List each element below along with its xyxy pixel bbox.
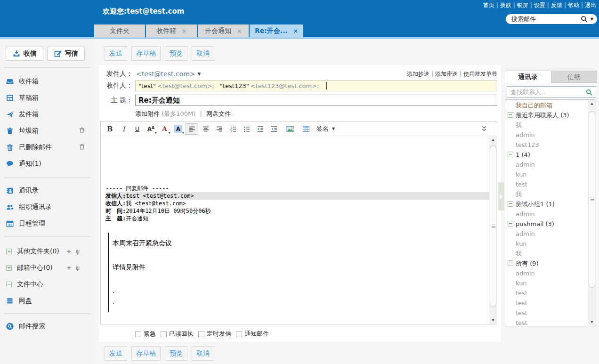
sidebar-item-netdisk[interactable]: 网盘 (0, 292, 94, 309)
sidebar-item-mail-center[interactable]: + 邮箱中心(0) + ψ (0, 259, 94, 276)
nav-home[interactable]: 首页 (483, 2, 494, 8)
add-cc-link[interactable]: 添加抄送 (407, 71, 429, 77)
scroll-down-icon[interactable]: ▼ (588, 318, 596, 326)
sidebar-item-inbox[interactable]: 收件箱 (0, 73, 94, 89)
add-folder-icon[interactable]: + (66, 248, 72, 255)
contact-group-recent[interactable]: −最近常用联系人 (3) (505, 110, 588, 120)
font-size-button[interactable]: AA▼ (145, 123, 157, 135)
contacts-scrollbar[interactable]: ▲ ▼ (588, 100, 596, 326)
tab-reply-meeting-notice[interactable]: Re:开会... × (250, 24, 303, 37)
sidebar-item-other-folders[interactable]: + 其他文件夹(0) + ψ (0, 243, 94, 259)
contact-group-1[interactable]: −1 (4) (505, 150, 588, 160)
signature-dropdown[interactable]: 签名 ▼ (316, 125, 335, 133)
tab-inbox[interactable]: 收件箱 × (146, 24, 197, 37)
insert-image-button[interactable] (284, 123, 297, 135)
mail-search-box[interactable]: ▼ (505, 14, 598, 24)
notice-mail-checkbox[interactable] (236, 331, 242, 337)
preview-button-bottom[interactable]: 预览 (165, 346, 187, 361)
ordered-list-button[interactable]: 123 (227, 123, 239, 135)
tab-contacts[interactable]: 通讯录 (505, 71, 551, 83)
search-icon[interactable] (581, 16, 588, 23)
contact-item[interactable]: test (505, 318, 588, 326)
align-right-button[interactable] (213, 123, 226, 135)
tab-close-icon[interactable]: × (182, 28, 186, 34)
sidebar-item-org-contacts[interactable]: 组织通讯录 (0, 199, 94, 215)
italic-button[interactable]: I (117, 123, 130, 135)
contact-item[interactable]: test (505, 179, 588, 189)
contact-item[interactable]: admin (505, 229, 588, 239)
align-center-button[interactable] (199, 123, 212, 135)
scroll-up-icon[interactable]: ▲ (489, 136, 497, 144)
preview-button[interactable]: 预览 (165, 46, 187, 61)
contact-group-pushmail[interactable]: −pushmail (3) (505, 219, 588, 229)
bullet-list-button[interactable] (240, 123, 253, 135)
nav-skin[interactable]: 换肤 (500, 2, 511, 8)
read-receipt-checkbox[interactable] (161, 331, 167, 337)
sidebar-item-drafts[interactable]: 草稿箱 (0, 89, 94, 106)
contact-item[interactable]: 我 (505, 189, 588, 199)
sidebar-item-notices[interactable]: 通知(1) (0, 155, 94, 172)
compose-mail-button[interactable]: 写信 (47, 47, 85, 61)
nav-logout[interactable]: 退出 (585, 2, 596, 8)
contact-self-mailbox[interactable]: 我自己的邮箱 (505, 100, 588, 110)
scrollbar-thumb[interactable] (589, 111, 595, 288)
sidebar-item-calendar[interactable]: 31 日程管理 (0, 215, 94, 232)
tab-close-icon[interactable]: × (293, 28, 298, 34)
from-address[interactable]: <test@test.com> (136, 70, 195, 78)
scroll-down-icon[interactable]: ▼ (489, 316, 497, 324)
save-draft-button[interactable]: 存草稿 (131, 46, 161, 61)
recipient-name[interactable]: "test" (138, 82, 156, 89)
scrollbar-thumb[interactable] (490, 146, 496, 307)
tab-meeting-notice[interactable]: 开会通知 × (198, 24, 249, 37)
urgent-checkbox[interactable] (135, 331, 141, 337)
send-button-bottom[interactable]: 发送 (105, 346, 127, 361)
editor-body[interactable]: ----- 回复邮件 ----- 发信人:test <test@test.com… (101, 136, 489, 324)
netdisk-file-link[interactable]: 网盘文件 (206, 110, 231, 117)
tab-stationery[interactable]: 信纸 (551, 71, 598, 83)
sidebar-item-mail-search[interactable]: 邮件搜索 (0, 318, 94, 334)
contact-group-test-team[interactable]: −测试小组1 (1) (505, 199, 588, 209)
collapse-minus-icon[interactable]: − (508, 201, 513, 207)
collapse-minus-icon[interactable]: − (508, 221, 513, 226)
toolbar-more-icon[interactable] (481, 126, 487, 132)
collapse-minus-icon[interactable]: − (6, 282, 12, 287)
indent-button[interactable] (254, 123, 267, 135)
manage-folder-icon[interactable]: ψ (76, 248, 80, 255)
cancel-button[interactable]: 取消 (192, 46, 214, 61)
cancel-button-bottom[interactable]: 取消 (192, 346, 214, 361)
collapse-minus-icon[interactable]: − (508, 152, 513, 157)
contact-search-box[interactable] (507, 86, 596, 98)
sidebar-item-junk[interactable]: 垃圾箱 (0, 122, 94, 139)
add-bcc-link[interactable]: 添加密送 (435, 71, 458, 77)
nav-help[interactable]: 帮助 (568, 2, 579, 8)
align-left-button[interactable] (186, 123, 198, 135)
contact-item[interactable]: admin (505, 209, 588, 219)
contact-item[interactable]: test (505, 298, 588, 308)
font-color-button[interactable]: A▼ (158, 123, 171, 135)
contact-item[interactable]: 我 (505, 249, 588, 259)
contact-item[interactable]: kun (505, 239, 588, 249)
contact-item[interactable]: 我 (505, 120, 588, 130)
contact-item[interactable]: kun (505, 278, 588, 288)
contact-item[interactable]: kun (505, 170, 588, 179)
scheduled-send-checkbox[interactable] (198, 331, 204, 337)
bold-button[interactable]: B (104, 123, 116, 135)
underline-button[interactable]: U (131, 123, 144, 135)
nav-feedback[interactable]: 反馈 (551, 2, 562, 8)
receive-mail-button[interactable]: 收信 (6, 47, 43, 61)
contact-item[interactable]: test (505, 308, 588, 318)
from-caret-icon[interactable]: ▼ (198, 72, 201, 76)
tab-close-icon[interactable]: × (237, 28, 242, 34)
editor-scrollbar[interactable]: ▲ ▼ (489, 136, 497, 324)
empty-deleted-icon[interactable] (79, 144, 85, 150)
empty-junk-icon[interactable] (79, 127, 85, 133)
contact-search-icon[interactable] (586, 89, 592, 96)
save-draft-button-bottom[interactable]: 存草稿 (131, 346, 161, 361)
sidebar-item-file-center[interactable]: − 文件中心 (0, 276, 94, 292)
expand-plus-icon[interactable]: + (6, 249, 12, 254)
sidebar-item-sent[interactable]: 发件箱 (0, 106, 94, 122)
collapse-minus-icon[interactable]: − (508, 260, 513, 266)
mail-search-input[interactable] (511, 16, 578, 23)
highlight-color-button[interactable]: A▼ (172, 123, 185, 135)
subject-input[interactable] (135, 95, 497, 106)
